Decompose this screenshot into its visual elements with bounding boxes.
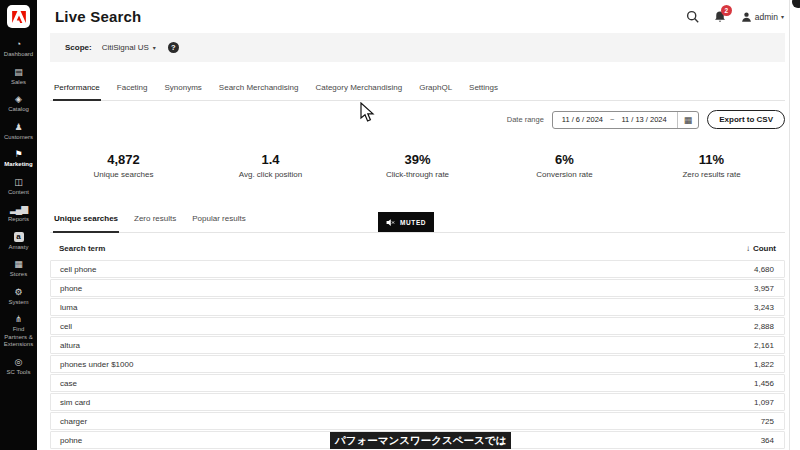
metric-unique-searches: 4,872 Unique searches [50,152,197,179]
metric-zero-results-rate: 11% Zero results rate [638,152,785,179]
sidebar-item-find-partners[interactable]: ⋔ Find Partners & Extensions [0,310,37,353]
top-header: Live Search 2 [37,0,800,33]
subtab-zero-results[interactable]: Zero results [133,210,177,232]
global-search-button[interactable] [686,10,699,23]
count-cell: 364 [761,436,774,445]
customers-icon: ♟ [14,122,22,132]
table-row[interactable]: altura 2,161 [50,336,785,354]
search-term-cell: luma [60,303,77,312]
metrics-row: 4,872 Unique searches 1.4 Avg. click pos… [50,152,785,179]
main-tabbar: Performance Faceting Synonyms Search Mer… [50,78,785,101]
sidebar-item-label: Content [8,189,29,197]
sidebar-item-sales[interactable]: ▤ Sales [0,63,37,91]
help-button[interactable]: ? [168,42,179,53]
sc-tools-icon: ◎ [15,357,23,367]
tab-category-merchandising[interactable]: Category Merchandising [314,78,403,100]
search-icon [686,10,699,23]
speaker-muted-icon [386,218,395,227]
metric-value: 39% [344,152,491,167]
table-row[interactable]: sim card 1,097 [50,393,785,411]
table-row[interactable]: luma 3,243 [50,298,785,316]
count-cell: 1,822 [754,360,774,369]
dashboard-icon: ◔ [16,39,21,49]
live-search-page: ◔ Dashboard ▤ Sales ◈ Catalog ♟ Customer… [0,0,800,450]
calendar-icon[interactable]: ▦ [677,112,699,128]
sidebar-item-catalog[interactable]: ◈ Catalog [0,90,37,118]
search-term-cell: cell [60,322,72,331]
search-term-column-header: Search term [59,244,105,253]
search-term-cell: phone [60,284,82,293]
count-cell: 2,161 [754,341,774,350]
sidebar-item-customers[interactable]: ♟ Customers [0,118,37,146]
table-row[interactable]: charger 725 [50,412,785,430]
chevron-down-icon: ▾ [153,44,156,51]
reports-icon: ▂▄▆ [10,204,27,214]
page-title: Live Search [55,8,141,25]
tab-settings[interactable]: Settings [468,78,499,100]
count-column-header[interactable]: ↓ Count [746,244,776,253]
sidebar-item-amasty[interactable]: a Amasty [0,228,37,256]
tab-synonyms[interactable]: Synonyms [163,78,202,100]
adobe-a-icon [12,11,26,23]
date-range-input[interactable]: 11 / 6 / 2024 ~ 11 / 13 / 2024 ▦ [552,111,699,129]
metric-value: 4,872 [50,152,197,167]
adobe-logo[interactable] [7,5,30,28]
sidebar-item-label: Sales [11,79,26,87]
search-term-cell: case [60,379,77,388]
sidebar-item-stores[interactable]: ▦ Stores [0,255,37,283]
video-muted-badge[interactable]: MUTED [378,212,434,232]
table-row[interactable]: phone 3,957 [50,279,785,297]
sidebar-item-sc-tools[interactable]: ◎ SC Tools [0,353,37,381]
admin-label: admin [755,12,778,22]
table-row[interactable]: case 1,456 [50,374,785,392]
table-row[interactable]: cell 2,888 [50,317,785,335]
date-from-value: 11 / 6 / 2024 [562,115,603,124]
metric-avg-click-position: 1.4 Avg. click position [197,152,344,179]
count-cell: 1,456 [754,379,774,388]
table-header: Search term ↓ Count [50,240,785,259]
sidebar-item-system[interactable]: ⚙ System [0,283,37,311]
search-terms-table: Search term ↓ Count cell phone 4,680 pho… [50,240,785,449]
plug-icon: ⋔ [15,314,23,324]
sidebar-item-content[interactable]: ◫ Content [0,173,37,201]
search-term-cell: sim card [60,398,90,407]
metric-click-through-rate: 39% Click-through rate [344,152,491,179]
sidebar-item-marketing[interactable]: ⚑ Marketing [0,145,37,173]
tab-search-merchandising[interactable]: Search Merchandising [218,78,300,100]
metric-conversion-rate: 6% Conversion rate [491,152,638,179]
sidebar-item-reports[interactable]: ▂▄▆ Reports [0,200,37,228]
sidebar-item-label: Stores [10,271,27,279]
subtab-popular-results[interactable]: Popular results [191,210,246,232]
export-csv-button[interactable]: Export to CSV [707,110,785,129]
tab-faceting[interactable]: Faceting [116,78,149,100]
marketing-icon: ⚑ [14,149,22,159]
sidebar-item-label: Customers [4,134,33,142]
table-row[interactable]: cell phone 4,680 [50,260,785,278]
search-term-cell: altura [60,341,80,350]
count-cell: 4,680 [754,265,774,274]
count-cell: 2,888 [754,322,774,331]
amasty-icon: a [14,232,24,242]
count-cell: 3,243 [754,303,774,312]
mouse-cursor [360,102,375,127]
system-gear-icon: ⚙ [14,287,22,297]
search-term-cell: phones under $1000 [60,360,133,369]
count-cell: 725 [761,417,774,426]
sidebar-item-dashboard[interactable]: ◔ Dashboard [0,35,37,63]
metric-value: 11% [638,152,785,167]
table-row[interactable]: phones under $1000 1,822 [50,355,785,373]
sort-descending-icon: ↓ [746,244,750,253]
tab-performance[interactable]: Performance [53,78,101,101]
date-toolbar: Date range 11 / 6 / 2024 ~ 11 / 13 / 202… [50,110,785,129]
subtab-unique-searches[interactable]: Unique searches [53,210,119,233]
scope-selector[interactable]: CitiSignal US ▾ [102,43,156,52]
tab-graphql[interactable]: GraphQL [418,78,453,100]
sidebar-item-label: Find Partners & Extensions [1,326,36,349]
date-range-label: Date range [507,115,544,124]
metric-value: 1.4 [197,152,344,167]
stores-icon: ▦ [14,259,23,269]
sidebar-item-label: Amasty [8,244,28,252]
metric-label: Click-through rate [344,170,491,179]
admin-account-menu[interactable]: admin ▾ [741,11,784,23]
notifications-button[interactable]: 2 [714,10,726,24]
